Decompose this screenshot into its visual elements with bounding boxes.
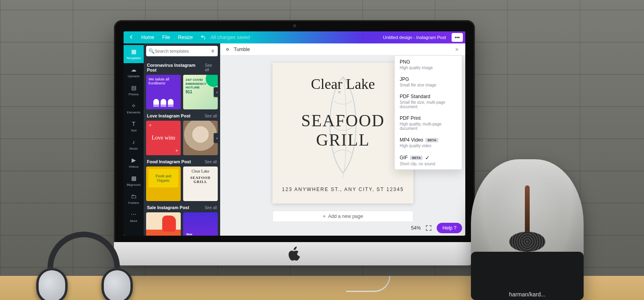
- nav-label: Uploads: [128, 74, 139, 78]
- nav-folders[interactable]: 🗀 Folders: [124, 190, 144, 208]
- apple-logo-icon: [289, 247, 301, 261]
- export-option-png[interactable]: PNG High quality image: [395, 56, 462, 73]
- option-subtitle: High quality, multi-page document: [400, 122, 457, 131]
- monitor-chin: [114, 242, 475, 265]
- thumb-text: GRILL: [185, 180, 216, 184]
- save-status: All changes saved: [211, 35, 250, 40]
- export-option-pdf-print[interactable]: PDF Print High quality, multi-page docum…: [395, 112, 462, 134]
- speaker-brand: harman/kard...: [509, 291, 545, 298]
- canvas-address[interactable]: 123 ANYWHERE ST., ANY CITY, ST 12345: [272, 187, 413, 192]
- context-tool-label[interactable]: Tumble: [234, 47, 250, 52]
- imac-monitor: Home File Resize All changes saved Untit…: [114, 20, 475, 265]
- thumb-text: 24/7 COVID: [186, 78, 215, 82]
- template-thumb[interactable]: Clear Lake SEAFOOD GRILL: [183, 166, 218, 201]
- template-thumb[interactable]: [183, 121, 218, 155]
- canvas-heading[interactable]: SEAFOOD GRILL: [272, 111, 413, 150]
- thumb-text: 911: [186, 90, 215, 95]
- option-subtitle: Small file size, multi-page document: [400, 100, 457, 109]
- nav-label: Templates: [126, 56, 141, 60]
- category-title: Coronavirus Instagram Post: [147, 63, 205, 72]
- template-thumb[interactable]: New sport collection NEW: [183, 212, 218, 236]
- resize-button[interactable]: Resize: [174, 35, 197, 40]
- thumb-text: HOTLINE: [186, 86, 215, 90]
- nav-label: Elements: [127, 111, 140, 114]
- export-option-jpg[interactable]: JPG Small file size image: [395, 73, 462, 90]
- option-subtitle: Small file size image: [400, 83, 457, 87]
- nav-label: Text: [131, 129, 137, 132]
- nav-label: More: [130, 219, 137, 223]
- artboard[interactable]: Clear Lake SEAFOOD GRILL 123 ANYWHERE ST…: [272, 63, 413, 203]
- see-all-link[interactable]: See all: [204, 205, 217, 210]
- add-page-button[interactable]: Add a new page: [272, 211, 413, 222]
- export-option-mp4[interactable]: MP4 Video BETA High quality video: [395, 134, 462, 151]
- export-option-gif[interactable]: GIF BETA ✓ Short clip, no sound: [395, 151, 462, 169]
- beta-badge: BETA: [425, 138, 438, 142]
- people-illustration: [149, 93, 178, 107]
- search-field-wrap: 🔍 ≡: [146, 46, 218, 56]
- template-thumb[interactable]: 24/7 COVID EMERGENCY HOTLINE 911: [183, 75, 218, 109]
- option-title: PDF Standard: [400, 94, 457, 99]
- main-area: ▦ Templates ☁ Uploads ▤ Photos ✧ Element…: [124, 43, 465, 236]
- nav-elements[interactable]: ✧ Elements: [124, 99, 144, 117]
- thumb-text: EMERGENCY: [186, 82, 215, 86]
- photos-icon: ▤: [130, 84, 138, 92]
- app-topbar: Home File Resize All changes saved Untit…: [124, 31, 465, 43]
- see-all-link[interactable]: See all: [205, 63, 217, 72]
- search-icon: 🔍: [149, 48, 155, 54]
- nav-uploads[interactable]: ☁ Uploads: [124, 63, 144, 81]
- tumble-icon: ⭘: [224, 46, 231, 53]
- template-thumb[interactable]: Fresh and Organic: [146, 166, 181, 201]
- canvas-title-script[interactable]: Clear Lake: [272, 76, 413, 92]
- category-food: Food Instagram Post See all Fresh and Or…: [146, 158, 218, 201]
- scroll-right-button[interactable]: ›: [214, 133, 220, 143]
- see-all-link[interactable]: See all: [204, 160, 217, 164]
- fullscreen-icon[interactable]: [425, 224, 433, 232]
- template-thumb[interactable]: We salute all frontliners!: [146, 75, 181, 109]
- close-context-button[interactable]: ×: [452, 46, 461, 53]
- filter-icon[interactable]: ≡: [210, 48, 215, 54]
- headphones-prop: [36, 232, 133, 300]
- option-title: MP4 Video BETA: [400, 137, 457, 143]
- back-button[interactable]: [126, 35, 137, 40]
- document-title[interactable]: Untitled design - Instagram Post: [383, 35, 450, 40]
- undo-button[interactable]: [197, 35, 211, 41]
- nav-text[interactable]: T Text: [124, 117, 144, 136]
- nav-photos[interactable]: ▤ Photos: [124, 81, 144, 99]
- zoom-level[interactable]: 54%: [411, 225, 421, 231]
- category-sale: Sale Instagram Post See all Organic New …: [146, 203, 218, 236]
- template-thumb[interactable]: Organic: [146, 212, 181, 236]
- thumb-text: We salute all: [149, 77, 178, 81]
- file-menu[interactable]: File: [158, 35, 174, 40]
- more-menu-button[interactable]: •••: [452, 33, 463, 42]
- check-icon: ✓: [425, 154, 430, 161]
- option-title: PDF Print: [400, 115, 457, 121]
- nav-templates[interactable]: ▦ Templates: [124, 45, 144, 63]
- nav-background[interactable]: ▩ Bkground: [124, 172, 144, 190]
- webcam-dot: [293, 24, 296, 27]
- scroll-right-button[interactable]: ›: [214, 87, 220, 97]
- nav-videos[interactable]: ▶ Videos: [124, 154, 144, 172]
- option-title: JPG: [400, 76, 457, 82]
- see-all-link[interactable]: See all: [204, 114, 217, 118]
- export-option-pdf-standard[interactable]: PDF Standard Small file size, multi-page…: [395, 90, 462, 112]
- canvas-footer: 54% Help ?: [411, 223, 462, 233]
- help-button[interactable]: Help ?: [437, 223, 462, 233]
- category-love: Love Instagram Post See all Love wins ›: [146, 112, 218, 155]
- canvas-area: ⭘ Tumble × PNG High quality image JPG Sm…: [220, 43, 465, 236]
- left-nav: ▦ Templates ☁ Uploads ▤ Photos ✧ Element…: [124, 43, 144, 236]
- text-icon: T: [130, 120, 138, 128]
- search-input[interactable]: [155, 49, 210, 53]
- context-toolbar: ⭘ Tumble ×: [220, 43, 465, 55]
- nav-more[interactable]: ⋯ More: [124, 208, 144, 226]
- template-thumb[interactable]: Love wins: [146, 121, 181, 155]
- nav-music[interactable]: ♪ Music: [124, 136, 144, 154]
- home-button[interactable]: Home: [137, 35, 158, 40]
- hand-illustration: [162, 216, 176, 232]
- thumb-text: Organic: [150, 178, 177, 183]
- canvas-viewport[interactable]: PNG High quality image JPG Small file si…: [220, 55, 465, 236]
- templates-icon: ▦: [130, 47, 138, 55]
- templates-panel: 🔍 ≡ Coronavirus Instagram Post See all: [144, 43, 220, 236]
- speaker-prop: harman/kard...: [471, 159, 584, 300]
- screen: Home File Resize All changes saved Untit…: [124, 31, 465, 236]
- category-title: Food Instagram Post: [147, 159, 191, 164]
